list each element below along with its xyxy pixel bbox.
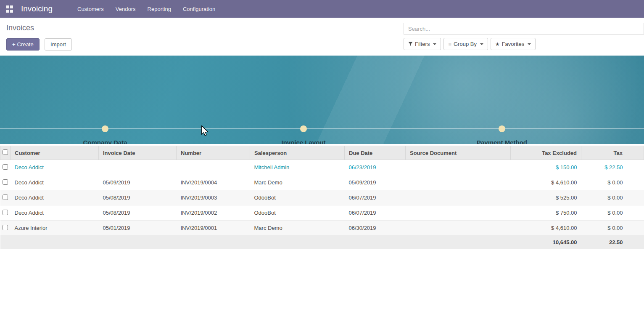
control-panel-left: Invoices +Create Import <box>6 23 72 51</box>
step-title: Company Data <box>83 139 127 144</box>
create-button-label: Create <box>17 41 34 48</box>
invoice-table-body: Deco AddictMitchell Admin06/23/2019$ 150… <box>0 160 644 236</box>
column-header-due-date[interactable]: Due Date <box>345 146 406 160</box>
footer-empty-cell <box>250 236 345 249</box>
cell-source-document <box>406 205 511 221</box>
footer-empty-cell <box>99 236 177 249</box>
cell-invoice-date: 05/01/2019 <box>99 221 177 236</box>
row-checkbox-cell <box>0 175 11 190</box>
onboarding-steps: Company Data Set your company's data for… <box>6 56 601 144</box>
cell-source-document <box>406 175 511 190</box>
cell-due-date: 06/23/2019 <box>345 160 406 175</box>
step-title: Payment Method <box>477 139 527 144</box>
menu-configuration[interactable]: Configuration <box>177 0 221 18</box>
table-row[interactable]: Deco AddictMitchell Admin06/23/2019$ 150… <box>0 160 644 175</box>
row-checkbox[interactable] <box>3 194 8 200</box>
column-header-source-document[interactable]: Source Document <box>406 146 511 160</box>
cell-tax: $ 0.00 <box>581 221 644 236</box>
table-row[interactable]: Deco Addict05/08/2019INV/2019/0003OdooBo… <box>0 190 644 205</box>
cell-salesperson: OdooBot <box>250 190 345 205</box>
row-checkbox-cell <box>0 205 11 221</box>
footer-empty-cell <box>406 236 511 249</box>
column-header-number[interactable]: Number <box>177 146 250 160</box>
menu-customers[interactable]: Customers <box>71 0 110 18</box>
table-row[interactable]: Deco Addict05/08/2019INV/2019/0002OdooBo… <box>0 205 644 221</box>
filter-funnel-icon <box>408 42 413 46</box>
cell-tax: $ 0.00 <box>581 175 644 190</box>
apps-grid-square <box>10 10 13 13</box>
column-header-invoice-date[interactable]: Invoice Date <box>99 146 177 160</box>
table-header-row: Customer Invoice Date Number Salesperson… <box>0 146 644 160</box>
row-checkbox[interactable] <box>3 225 8 230</box>
cell-salesperson: Marc Demo <box>250 175 345 190</box>
column-header-tax-excluded[interactable]: Tax Excluded <box>511 146 581 160</box>
chevron-down-icon <box>528 43 531 45</box>
footer-empty-cell <box>11 236 99 249</box>
cell-customer: Azure Interior <box>11 221 99 236</box>
footer-total-tax-excluded: 10,645.00 <box>511 236 581 249</box>
cell-number: INV/2019/0001 <box>177 221 250 236</box>
cell-tax-excluded: $ 150.00 <box>511 160 581 175</box>
table-row[interactable]: Azure Interior05/01/2019INV/2019/0001Mar… <box>0 221 644 236</box>
footer-empty-cell <box>0 236 11 249</box>
cell-number: INV/2019/0003 <box>177 190 250 205</box>
cell-tax-excluded: $ 750.00 <box>511 205 581 221</box>
column-header-salesperson[interactable]: Salesperson <box>250 146 345 160</box>
chevron-down-icon <box>480 43 483 45</box>
app-name[interactable]: Invoicing <box>21 4 53 13</box>
cell-tax-excluded: $ 4,610.00 <box>511 175 581 190</box>
cell-tax: $ 22.50 <box>581 160 644 175</box>
favorites-button[interactable]: ★ Favorites <box>491 38 536 50</box>
row-checkbox-cell <box>0 221 11 236</box>
main-menu: Customers Vendors Reporting Configuratio… <box>71 0 221 18</box>
apps-grid-square <box>10 5 13 8</box>
cell-source-document <box>406 221 511 236</box>
menu-reporting[interactable]: Reporting <box>142 0 177 18</box>
group-by-button-label: Group By <box>454 41 477 47</box>
footer-empty-cell <box>345 236 406 249</box>
cell-source-document <box>406 160 511 175</box>
cell-invoice-date: 05/08/2019 <box>99 205 177 221</box>
row-checkbox-cell <box>0 160 11 175</box>
invoice-list-table: Customer Invoice Date Number Salesperson… <box>0 146 644 249</box>
group-by-button[interactable]: ≡ Group By <box>443 38 488 50</box>
action-buttons: +Create Import <box>6 38 72 51</box>
cell-customer: Deco Addict <box>11 160 99 175</box>
row-checkbox[interactable] <box>3 164 8 170</box>
filters-button-label: Filters <box>415 41 430 47</box>
control-panel-right: Filters ≡ Group By ★ Favorites <box>404 23 644 51</box>
step-dot <box>300 125 307 132</box>
apps-grid-square <box>6 10 9 13</box>
row-checkbox-cell <box>0 190 11 205</box>
cell-tax: $ 0.00 <box>581 190 644 205</box>
filters-button[interactable]: Filters <box>404 38 441 50</box>
cell-invoice-date: 05/09/2019 <box>99 175 177 190</box>
row-checkbox[interactable] <box>3 179 8 185</box>
apps-grid-square <box>6 5 9 8</box>
cell-customer: Deco Addict <box>11 190 99 205</box>
row-checkbox[interactable] <box>3 210 8 215</box>
top-navbar: Invoicing Customers Vendors Reporting Co… <box>0 0 644 18</box>
select-all-cell <box>0 146 11 160</box>
cell-salesperson: Mitchell Admin <box>250 160 345 175</box>
import-button[interactable]: Import <box>45 38 72 51</box>
create-button[interactable]: +Create <box>6 38 40 51</box>
plus-icon: + <box>12 41 16 48</box>
table-row[interactable]: Deco Addict05/09/2019INV/2019/0004Marc D… <box>0 175 644 190</box>
cell-salesperson: Marc Demo <box>250 221 345 236</box>
cell-tax: $ 0.00 <box>581 205 644 221</box>
group-by-icon: ≡ <box>448 41 451 47</box>
search-input[interactable] <box>404 23 644 35</box>
footer-empty-cell <box>177 236 250 249</box>
select-all-checkbox[interactable] <box>3 149 8 155</box>
cell-customer: Deco Addict <box>11 205 99 221</box>
cell-number: INV/2019/0002 <box>177 205 250 221</box>
footer-total-tax: 22.50 <box>581 236 644 249</box>
cell-invoice-date <box>99 160 177 175</box>
onboarding-banner: Company Data Set your company's data for… <box>0 56 644 144</box>
onboarding-step-payment-method: Payment Method Configure your payment me… <box>403 56 601 144</box>
menu-vendors[interactable]: Vendors <box>110 0 142 18</box>
column-header-customer[interactable]: Customer <box>11 146 99 160</box>
apps-grid-icon[interactable] <box>6 5 13 13</box>
column-header-tax[interactable]: Tax <box>581 146 644 160</box>
